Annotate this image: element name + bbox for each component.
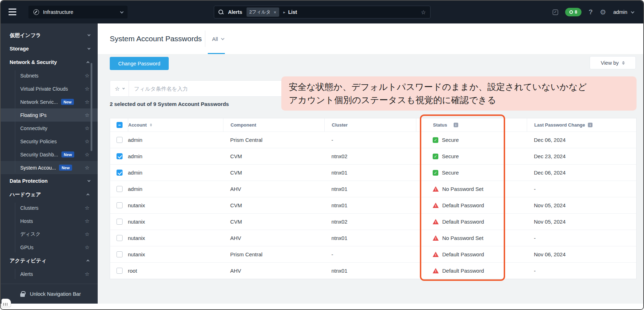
sidebar-item-subnets[interactable]: Subnets☆: [1, 69, 98, 82]
tasks-status-badge[interactable]: 8: [565, 8, 581, 16]
table-row[interactable]: adminAHVntnx01No Password Set-: [110, 181, 636, 197]
column-header-label: Last Password Change: [534, 122, 585, 128]
sidebar-item-virtual-private-clouds[interactable]: Virtual Private Clouds☆: [1, 82, 98, 95]
sidebar-item-connectivity[interactable]: Connectivity☆: [1, 122, 98, 135]
info-icon[interactable]: i: [588, 123, 592, 127]
row-checkbox[interactable]: [117, 251, 123, 257]
sort-icon[interactable]: [150, 123, 152, 127]
sidebar-item-label: Security Policies: [20, 139, 57, 144]
hamburger-menu-icon[interactable]: [9, 9, 16, 15]
row-checkbox[interactable]: [117, 153, 123, 159]
cell-status: Default Password: [416, 219, 527, 225]
tasks-icon[interactable]: ✓: [553, 10, 558, 15]
change-password-button[interactable]: Change Password: [110, 57, 169, 70]
help-icon[interactable]: ?: [589, 8, 593, 16]
saved-filters-dropdown[interactable]: ☆: [110, 81, 129, 96]
sidebar-item-alerts[interactable]: Alerts☆: [1, 267, 98, 280]
sidebar-item-item[interactable]: ディスク☆: [1, 228, 98, 241]
column-header-status[interactable]: Statusi: [416, 118, 527, 132]
sidebar-item-label: Floating IPs: [20, 112, 47, 118]
table-row[interactable]: nutanixAHVntnx01No Password Set-: [110, 230, 636, 246]
cell-cluster: -: [324, 137, 416, 143]
chip-close-icon[interactable]: ×: [274, 10, 276, 15]
column-header-label: Status: [433, 122, 447, 128]
row-checkbox[interactable]: [117, 235, 123, 241]
sidebar-item-gpus[interactable]: GPUs☆: [1, 241, 98, 254]
cell-account: nutanix: [128, 251, 223, 257]
sidebar-item-network-servic[interactable]: Network Servic...New☆: [1, 95, 98, 108]
tab-all[interactable]: All: [212, 23, 223, 54]
sidebar-item-hosts[interactable]: Hosts☆: [1, 214, 98, 228]
table-row[interactable]: adminCVMntnx02✓SecureDec 23, 2024: [110, 148, 636, 164]
sidebar-group-data-protection[interactable]: Data Protection: [1, 174, 98, 188]
column-header-last-password-change[interactable]: Last Password Changei: [527, 118, 636, 132]
table-row[interactable]: adminCVMntnx01✓SecureDec 06, 2024: [110, 164, 636, 181]
table-row[interactable]: nutanixCVMntnx02Default PasswordNov 05, …: [110, 213, 636, 230]
favorite-star-icon[interactable]: ☆: [421, 9, 426, 16]
sidebar-group-item[interactable]: アクティビティ: [1, 254, 98, 267]
cell-component: CVM: [223, 153, 324, 159]
star-icon[interactable]: ☆: [85, 125, 90, 132]
star-icon[interactable]: ☆: [85, 151, 90, 158]
row-checkbox[interactable]: [117, 137, 123, 143]
sidebar-scrollbar[interactable]: [91, 63, 92, 151]
view-by-button[interactable]: View by: [590, 56, 636, 69]
star-icon[interactable]: ☆: [85, 231, 90, 237]
star-icon[interactable]: ☆: [85, 99, 90, 105]
sidebar-item-security-policies[interactable]: Security Policies☆: [1, 135, 98, 148]
row-checkbox[interactable]: [117, 186, 123, 192]
cell-status: Default Password: [416, 251, 527, 257]
column-header-account[interactable]: Account: [128, 118, 223, 132]
star-icon[interactable]: ☆: [85, 86, 90, 92]
global-search-bar[interactable]: Alerts 2フィルタ × ▸ List ☆: [214, 6, 431, 18]
sort-down-arrow: [150, 125, 152, 127]
app-menu-label: Infrastructure: [43, 9, 73, 15]
cell-last-password-change: Nov 05, 2024: [527, 202, 636, 208]
info-icon[interactable]: i: [454, 123, 458, 127]
table-row[interactable]: rootAHVntnx01Default Password-: [110, 262, 636, 279]
column-header-cluster[interactable]: Cluster: [324, 118, 416, 132]
unlock-navigation-bar-button[interactable]: Unlock Navigation Bar: [1, 284, 98, 304]
gear-icon[interactable]: ⚙: [600, 9, 606, 16]
star-icon[interactable]: ☆: [85, 138, 90, 145]
sidebar-group-storage[interactable]: Storage: [1, 42, 98, 55]
selection-summary: 2 selected out of 9 System Account Passw…: [110, 101, 229, 107]
row-checkbox[interactable]: [117, 170, 123, 176]
search-icon: [218, 10, 224, 15]
app-menu-dropdown[interactable]: Infrastructure: [28, 6, 128, 18]
star-icon[interactable]: ☆: [85, 73, 90, 79]
search-filter-chip[interactable]: 2フィルタ ×: [247, 7, 279, 17]
warning-triangle-icon: [433, 219, 439, 224]
sidebar-group-item[interactable]: ハードウェア: [1, 188, 98, 201]
star-icon[interactable]: ☆: [85, 165, 90, 171]
sidebar-group-network-security[interactable]: Network & Security: [1, 55, 98, 69]
sidebar-item-system-accou[interactable]: System Accou...New☆: [1, 161, 98, 174]
sidebar-subgroup-network-security: Subnets☆Virtual Private Clouds☆Network S…: [1, 69, 98, 174]
table-row[interactable]: nutanixCVMntnx01Default PasswordNov 05, …: [110, 197, 636, 213]
select-all-checkbox[interactable]: [117, 122, 123, 128]
star-icon[interactable]: ☆: [85, 112, 90, 118]
sidebar-item-clusters[interactable]: Clusters☆: [1, 201, 98, 214]
table-row[interactable]: adminPrism Central-✓SecureDec 06, 2024: [110, 132, 636, 148]
cell-last-password-change: Dec 06, 2024: [527, 170, 636, 176]
star-icon[interactable]: ☆: [85, 218, 90, 224]
star-icon[interactable]: ☆: [85, 205, 90, 211]
cell-component: CVM: [223, 170, 324, 176]
sidebar-item-floating-ips[interactable]: Floating IPs☆: [1, 108, 98, 122]
sidebar-group-label: Data Protection: [10, 178, 48, 184]
warning-triangle-icon: [433, 203, 439, 208]
row-checkbox[interactable]: [117, 202, 123, 208]
row-checkbox[interactable]: [117, 219, 123, 225]
star-icon: ☆: [115, 85, 120, 92]
star-icon[interactable]: ☆: [85, 244, 90, 251]
sidebar-item-security-dashb[interactable]: Security Dashb...New☆: [1, 148, 98, 161]
row-checkbox[interactable]: [117, 268, 123, 274]
cell-cluster: -: [324, 251, 416, 257]
table-row[interactable]: nutanixPrism Central-Default PasswordNov…: [110, 246, 636, 262]
sidebar-item-label: ディスク: [20, 231, 40, 237]
user-menu[interactable]: admin: [613, 9, 634, 15]
star-icon[interactable]: ☆: [85, 271, 90, 277]
annotation-line-1: 安全な状態か、デフォルトパスワードのままか、設定されていないかなど: [289, 80, 629, 93]
column-header-component[interactable]: Component: [223, 118, 324, 132]
sidebar-group-item[interactable]: 仮想インフラ: [1, 28, 98, 42]
